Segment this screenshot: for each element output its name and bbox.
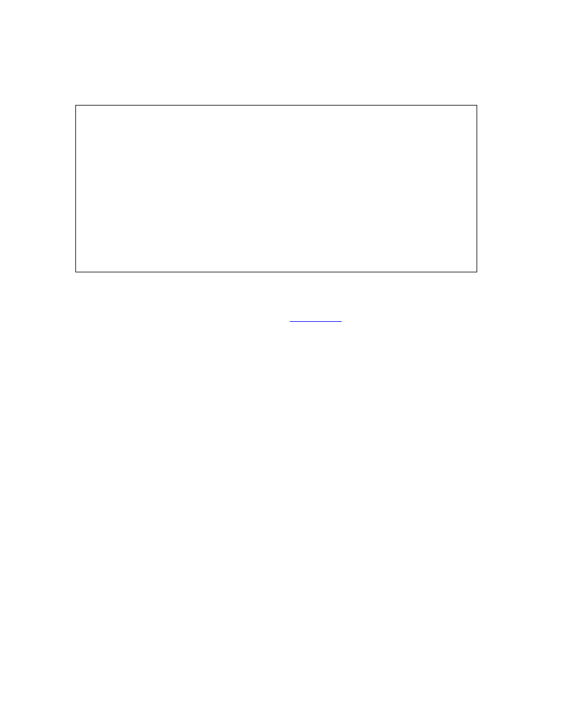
content-box xyxy=(75,105,477,272)
link-underline[interactable] xyxy=(290,321,342,322)
